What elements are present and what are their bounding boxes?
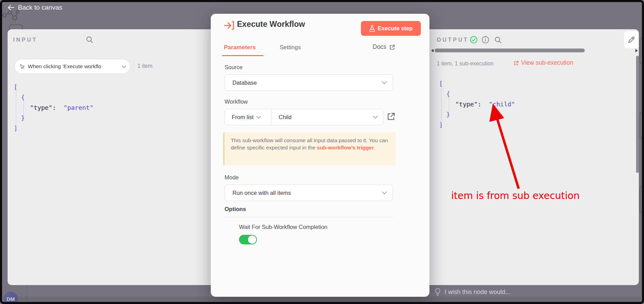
json-key: "type": (30, 104, 56, 111)
execute-step-label: Execute step (378, 25, 413, 32)
input-search-icon[interactable] (85, 35, 94, 44)
json-key: "type": (455, 101, 481, 108)
flask-icon (369, 25, 375, 32)
workflow-select[interactable]: Child (271, 109, 383, 125)
output-search-icon[interactable] (494, 36, 502, 44)
workflow-field-label: Workflow (225, 98, 248, 105)
canvas-ghost-note (640, 37, 644, 64)
options-section-label: Options (225, 206, 246, 212)
view-sub-execution-label: View sub-execution (521, 59, 573, 66)
info-icon[interactable] (481, 36, 489, 44)
canvas-ghost-note (640, 186, 644, 213)
scroll-left-arrow[interactable] (431, 49, 434, 52)
view-sub-execution-link[interactable]: View sub-execution (514, 59, 573, 66)
indent-guide (441, 87, 442, 123)
output-panel-title: OUTPUT (437, 37, 469, 43)
docs-label: Docs (373, 43, 386, 51)
back-to-canvas-button[interactable]: Back to canvas (8, 4, 62, 11)
lightbulb-icon (435, 288, 441, 296)
pencil-icon (628, 36, 635, 43)
divider (225, 217, 393, 217)
workflow-mode-value: From list (232, 114, 253, 120)
input-panel-title: INPUT (13, 37, 38, 43)
source-select[interactable]: Database (225, 74, 393, 91)
sub-workflow-notice: This sub-workflow will consume all input… (223, 132, 396, 165)
chevron-down-icon (382, 191, 387, 195)
annotation-text: item is from sub execution (451, 190, 580, 201)
indent-guide (16, 90, 16, 127)
external-link-icon (514, 61, 519, 65)
user-avatar[interactable]: DM (3, 292, 18, 304)
chevron-down-icon (382, 81, 387, 84)
json-value: "child" (489, 101, 515, 108)
workflow-select-value: Child (279, 114, 373, 120)
workflow-field: From list Child (225, 109, 383, 125)
input-json-view: [ { "type": "parent" } ] (14, 82, 93, 134)
back-to-canvas-label: Back to canvas (18, 4, 62, 11)
source-field-label: Source (225, 64, 242, 71)
sub-workflow-trigger-link[interactable]: sub-workflow’s trigger (317, 145, 374, 150)
open-workflow-icon[interactable] (387, 112, 395, 120)
edit-output-button[interactable] (624, 31, 639, 48)
input-source-value: When clicking ‘Execute workflo (28, 63, 119, 70)
execute-workflow-node-icon (224, 21, 234, 30)
success-check-icon (470, 36, 478, 44)
canvas-ghost-note (640, 112, 644, 139)
canvas-edge-shadow (3, 297, 641, 302)
app-window: Back to canvas INPUT Schema Table JSON W… (0, 0, 644, 304)
mode-select[interactable]: Run once with all items (225, 185, 393, 201)
avatar-initials: DM (7, 296, 14, 302)
external-link-icon (389, 44, 395, 50)
execute-step-button[interactable]: Execute step (361, 21, 421, 36)
node-feedback-label: I wish this node would... (445, 289, 510, 296)
modal-title: Execute Workflow (237, 20, 305, 29)
horizontal-scrollbar[interactable] (435, 49, 585, 52)
output-items-count: 1 item, 1 sub-execution (437, 61, 494, 67)
scroll-right-arrow[interactable] (635, 49, 638, 52)
mode-field-label: Mode (225, 174, 239, 181)
json-value: "parent" (64, 104, 94, 111)
node-feedback-button[interactable]: I wish this node would... (435, 288, 510, 296)
tab-parameters[interactable]: Parameters (224, 44, 256, 51)
divider (134, 60, 134, 73)
output-json-view: [ { "type": "child" } ] (439, 78, 515, 130)
mode-select-value: Run once with all items (232, 190, 382, 196)
back-arrow-icon (8, 4, 14, 11)
wait-option-label: Wait For Sub-Workflow Completion (239, 224, 328, 230)
wait-toggle[interactable] (239, 235, 257, 244)
cursor-icon (19, 64, 25, 70)
source-select-value: Database (232, 80, 382, 86)
input-items-count: 1 item (137, 63, 153, 69)
chevron-down-icon (373, 115, 378, 119)
chevron-down-icon (256, 116, 261, 119)
workflow-mode-select[interactable]: From list (225, 109, 271, 125)
indent-guide (23, 101, 24, 116)
vertical-scrollbar[interactable] (636, 56, 639, 173)
docs-link[interactable]: Docs (373, 43, 395, 51)
active-tab-underline (222, 55, 263, 56)
input-source-dropdown[interactable]: When clicking ‘Execute workflo (14, 59, 130, 74)
toggle-knob (248, 235, 256, 244)
indent-guide (449, 97, 449, 113)
chevron-down-icon (122, 65, 126, 68)
tab-settings[interactable]: Settings (280, 44, 301, 51)
